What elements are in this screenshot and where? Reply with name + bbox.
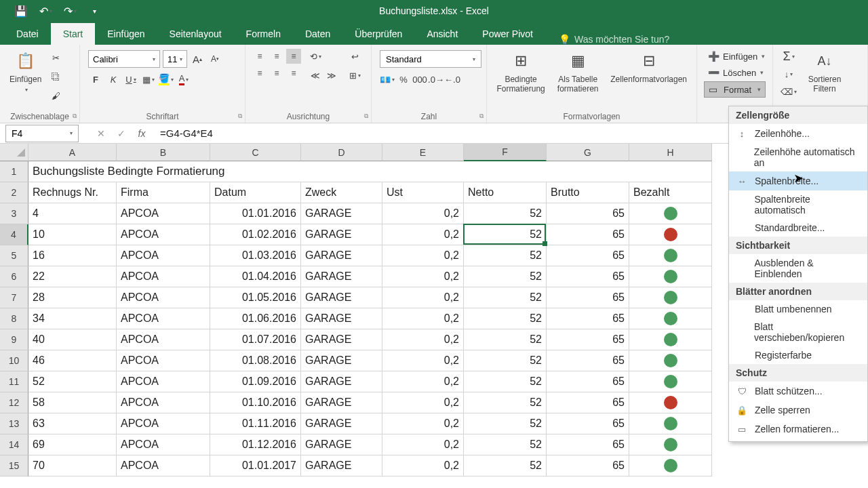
- row-header-12[interactable]: 12: [0, 392, 28, 413]
- cell-G10[interactable]: 65: [547, 350, 629, 371]
- percent-format-icon[interactable]: %: [396, 72, 411, 87]
- cell-A5[interactable]: 16: [28, 245, 117, 266]
- row-header-10[interactable]: 10: [0, 350, 28, 371]
- ctx-default-width[interactable]: Standardbreite...: [729, 219, 867, 237]
- orientation-icon[interactable]: ⟲▾: [308, 49, 323, 64]
- cell-G8[interactable]: 65: [547, 308, 629, 329]
- cell-F11[interactable]: 52: [464, 371, 547, 392]
- cell-B6[interactable]: APCOA: [117, 266, 210, 287]
- tab-ueberpruefen[interactable]: Überprüfen: [342, 23, 414, 45]
- tab-einfuegen[interactable]: Einfügen: [95, 23, 157, 45]
- tab-seitenlayout[interactable]: Seitenlayout: [157, 23, 234, 45]
- format-painter-icon[interactable]: 🖌: [48, 88, 63, 103]
- ctx-lock-cell[interactable]: 🔒Zelle sperren: [729, 401, 867, 420]
- ctx-row-height[interactable]: ↕Zeilenhöhe...: [729, 124, 867, 143]
- ctx-move-copy-sheet[interactable]: Blatt verschieben/kopieren: [729, 318, 867, 346]
- cell-C13[interactable]: 01.11.2016: [210, 413, 301, 434]
- row-header-15[interactable]: 15: [0, 455, 28, 476]
- cell-E15[interactable]: 0,2: [382, 455, 464, 476]
- cell-C15[interactable]: 01.01.2017: [210, 455, 301, 476]
- cell-A4[interactable]: 10: [28, 224, 117, 245]
- fx-icon[interactable]: fx: [132, 125, 152, 142]
- cell-F8[interactable]: 52: [464, 308, 547, 329]
- cell-B14[interactable]: APCOA: [117, 434, 210, 455]
- italic-button[interactable]: K: [106, 72, 121, 87]
- cell-G11[interactable]: 65: [547, 371, 629, 392]
- cell-E11[interactable]: 0,2: [382, 371, 464, 392]
- ctx-protect-sheet[interactable]: 🛡Blatt schützen...: [729, 382, 867, 401]
- col-header-F[interactable]: F: [464, 144, 547, 161]
- row-header-2[interactable]: 2: [0, 182, 28, 203]
- border-icon[interactable]: ▦▾: [141, 72, 156, 87]
- cell-H7[interactable]: [629, 287, 712, 308]
- row-header-6[interactable]: 6: [0, 266, 28, 287]
- cell-A8[interactable]: 34: [28, 308, 117, 329]
- cell-E5[interactable]: 0,2: [382, 245, 464, 266]
- cell-H9[interactable]: [629, 329, 712, 350]
- cell-E4[interactable]: 0,2: [382, 224, 464, 245]
- cell-B9[interactable]: APCOA: [117, 329, 210, 350]
- cell-styles-button[interactable]: ⊟Zellenformatvorlagen: [606, 47, 691, 121]
- wrap-text-icon[interactable]: ↩: [347, 49, 362, 64]
- clipboard-launcher-icon[interactable]: ⧉: [73, 113, 77, 120]
- accounting-format-icon[interactable]: 💶▾: [380, 72, 395, 87]
- tab-ansicht[interactable]: Ansicht: [414, 23, 470, 45]
- header-b[interactable]: Firma: [117, 182, 210, 203]
- cell-G5[interactable]: 65: [547, 245, 629, 266]
- paste-button[interactable]: 📋 Einfügen ▾: [5, 47, 45, 121]
- cell-C14[interactable]: 01.12.2016: [210, 434, 301, 455]
- cell-D3[interactable]: GARAGE: [301, 203, 382, 224]
- cell-A14[interactable]: 69: [28, 434, 117, 455]
- cell-H15[interactable]: [629, 455, 712, 476]
- cell-F3[interactable]: 52: [464, 203, 547, 224]
- cell-F13[interactable]: 52: [464, 413, 547, 434]
- ctx-format-cells[interactable]: ▭Zellen formatieren...: [729, 420, 867, 439]
- cell-C8[interactable]: 01.06.2016: [210, 308, 301, 329]
- font-launcher-icon[interactable]: ⧉: [238, 113, 242, 120]
- cell-B5[interactable]: APCOA: [117, 245, 210, 266]
- cell-E12[interactable]: 0,2: [382, 392, 464, 413]
- cell-F10[interactable]: 52: [464, 350, 547, 371]
- cell-B15[interactable]: APCOA: [117, 455, 210, 476]
- cell-E13[interactable]: 0,2: [382, 413, 464, 434]
- tab-datei[interactable]: Datei: [4, 23, 51, 45]
- increase-decimal-icon[interactable]: .0→: [429, 72, 443, 87]
- cell-A10[interactable]: 46: [28, 350, 117, 371]
- underline-button[interactable]: U▾: [123, 72, 138, 87]
- cell-H12[interactable]: [629, 392, 712, 413]
- cell-D13[interactable]: GARAGE: [301, 413, 382, 434]
- ctx-column-autofit[interactable]: Spaltenbreite automatisch: [729, 190, 867, 219]
- cell-H13[interactable]: [629, 413, 712, 434]
- col-header-C[interactable]: C: [210, 144, 301, 161]
- row-header-9[interactable]: 9: [0, 329, 28, 350]
- cell-B11[interactable]: APCOA: [117, 371, 210, 392]
- format-as-table-button[interactable]: ▦Als Tabelle formatieren: [552, 47, 604, 121]
- header-g[interactable]: Brutto: [547, 182, 629, 203]
- cell-G14[interactable]: 65: [547, 434, 629, 455]
- save-icon[interactable]: 💾: [12, 2, 30, 20]
- cell-E6[interactable]: 0,2: [382, 266, 464, 287]
- cell-G12[interactable]: 65: [547, 392, 629, 413]
- ctx-column-width[interactable]: ↔Spaltenbreite...: [729, 171, 867, 190]
- cell-C7[interactable]: 01.05.2016: [210, 287, 301, 308]
- row-header-4[interactable]: 4: [0, 224, 28, 245]
- cell-E14[interactable]: 0,2: [382, 434, 464, 455]
- cell-G4[interactable]: 65: [547, 224, 629, 245]
- format-cells-button[interactable]: ▭Format▾: [704, 81, 766, 98]
- cell-D9[interactable]: GARAGE: [301, 329, 382, 350]
- increase-indent-icon[interactable]: ≫: [324, 68, 339, 83]
- merge-center-icon[interactable]: ⊞▾: [347, 68, 362, 83]
- row-header-8[interactable]: 8: [0, 308, 28, 329]
- redo-icon[interactable]: ↷▾: [61, 2, 79, 20]
- font-name-select[interactable]: Calibri▾: [88, 50, 160, 68]
- cell-D14[interactable]: GARAGE: [301, 434, 382, 455]
- cell-A15[interactable]: 70: [28, 455, 117, 476]
- cell-A13[interactable]: 63: [28, 413, 117, 434]
- cell-D10[interactable]: GARAGE: [301, 350, 382, 371]
- align-top-icon[interactable]: ≡: [252, 49, 267, 64]
- cell-B4[interactable]: APCOA: [117, 224, 210, 245]
- row-header-1[interactable]: 1: [0, 161, 28, 182]
- row-header-5[interactable]: 5: [0, 245, 28, 266]
- undo-icon[interactable]: ↶▾: [37, 2, 54, 20]
- cell-C11[interactable]: 01.09.2016: [210, 371, 301, 392]
